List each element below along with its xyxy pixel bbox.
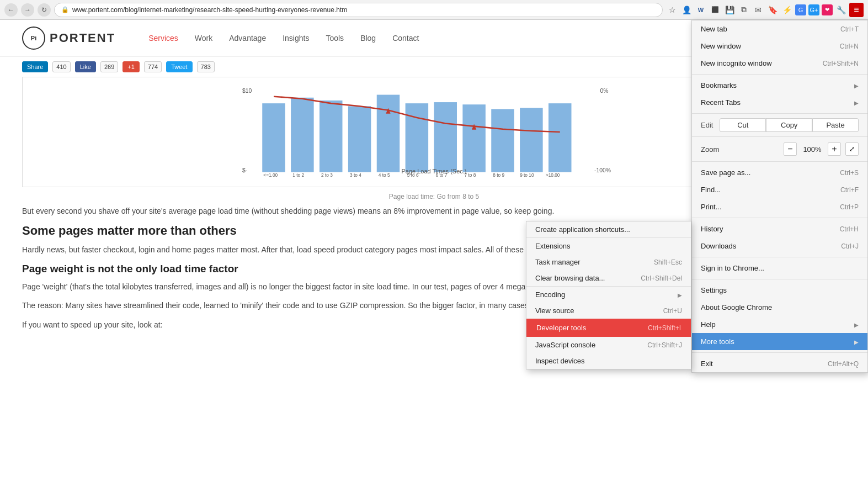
submenu-item-developer-tools[interactable]: Developer tools Ctrl+Shift+I	[526, 319, 691, 337]
menu-item-about[interactable]: About Google Chrome	[692, 299, 867, 316]
submenu-item-clear-browsing[interactable]: Clear browsing data... Ctrl+Shift+Del	[526, 270, 691, 286]
back-button[interactable]: ←	[4, 3, 18, 17]
ext4-icon[interactable]: 🔧	[835, 4, 847, 16]
menu-item-find-shortcut: Ctrl+F	[840, 186, 859, 194]
paste-button[interactable]: Paste	[812, 118, 859, 132]
more-tools-arrow-icon	[854, 337, 859, 346]
reload-button[interactable]: ↻	[38, 3, 51, 17]
menu-item-print[interactable]: Print... Ctrl+P	[692, 198, 867, 215]
submenu-item-inspect-devices[interactable]: Inspect devices	[526, 353, 691, 369]
menu-item-new-window[interactable]: New window Ctrl+N	[692, 38, 867, 55]
svg-text:>10.00: >10.00	[546, 172, 560, 178]
word-icon[interactable]: W	[695, 4, 707, 16]
menu-divider-3	[692, 136, 867, 137]
menu-item-help[interactable]: Help	[692, 316, 867, 333]
menu-item-exit-label: Exit	[701, 360, 713, 368]
menu-item-settings-label: Settings	[701, 286, 727, 294]
site-logo: Pi PORTENT	[22, 27, 115, 50]
lightning-icon[interactable]: ⚡	[781, 4, 793, 16]
nav-tools[interactable]: Tools	[326, 34, 344, 43]
menu-item-save-page[interactable]: Save page as... Ctrl+S	[692, 164, 867, 181]
fullscreen-button[interactable]: ⤢	[845, 142, 859, 156]
svg-text:<=1.00: <=1.00	[263, 172, 278, 178]
address-bar[interactable]: 🔒 www.portent.com/blog/internet-marketin…	[54, 3, 663, 17]
menu-item-sign-in[interactable]: Sign in to Chrome...	[692, 260, 867, 277]
menu-item-downloads[interactable]: Downloads Ctrl+J	[692, 237, 867, 255]
menu-item-bookmarks[interactable]: Bookmarks	[692, 77, 867, 94]
facebook-like-label: Like	[80, 64, 91, 70]
menu-item-new-tab[interactable]: New tab Ctrl+T	[692, 20, 867, 38]
copy-button[interactable]: Copy	[766, 118, 812, 132]
submenu-item-view-source[interactable]: View source Ctrl+U	[526, 303, 691, 319]
edit-label: Edit	[701, 121, 713, 129]
svg-text:$10: $10	[242, 88, 252, 94]
svg-text:$-: $-	[242, 167, 247, 173]
menu-item-recent-tabs[interactable]: Recent Tabs	[692, 94, 867, 111]
menu-divider-7	[692, 279, 867, 279]
chrome-menu-button[interactable]: ≡	[849, 3, 864, 17]
submenu-developer-tools-shortcut: Ctrl+Shift+I	[648, 324, 681, 332]
twitter-tweet-button[interactable]: Tweet	[166, 61, 192, 72]
submenu-item-task-manager[interactable]: Task manager Shift+Esc	[526, 254, 691, 270]
submenu-item-encoding[interactable]: Encoding	[526, 287, 691, 303]
gplus-button[interactable]: +1	[123, 61, 140, 72]
svg-text:1 to 2: 1 to 2	[292, 172, 304, 178]
menu-item-more-tools[interactable]: More tools	[692, 333, 867, 350]
linkedin-share-count: 410	[52, 61, 70, 72]
menu-item-downloads-shortcut: Ctrl+J	[841, 242, 859, 250]
zoom-plus-button[interactable]: +	[828, 142, 841, 156]
submenu-item-javascript-console[interactable]: JavaScript console Ctrl+Shift+J	[526, 337, 691, 353]
gplus-label: +1	[127, 64, 135, 70]
bookmark-icon[interactable]: 🔖	[766, 4, 779, 16]
submenu-extensions-label: Extensions	[535, 242, 571, 250]
menu-item-history[interactable]: History Ctrl+H	[692, 220, 867, 237]
menu-item-exit[interactable]: Exit Ctrl+Alt+Q	[692, 355, 867, 372]
browser-toolbar: ← → ↻ 🔒 www.portent.com/blog/internet-ma…	[0, 0, 868, 20]
nav-services[interactable]: Services	[148, 34, 178, 43]
menu-item-exit-shortcut: Ctrl+Alt+Q	[828, 360, 859, 368]
svg-rect-11	[462, 104, 486, 172]
menu-item-settings[interactable]: Settings	[692, 282, 867, 299]
mail-icon[interactable]: ✉	[752, 4, 764, 16]
save-icon[interactable]: 💾	[723, 4, 736, 16]
rss-icon[interactable]: ⬛	[709, 4, 721, 16]
menu-item-history-shortcut: Ctrl+H	[840, 225, 859, 233]
nav-advantage[interactable]: Advantage	[229, 34, 266, 43]
svg-text:-100%: -100%	[594, 167, 611, 173]
menu-edit-row: Edit Cut Copy Paste	[692, 116, 867, 134]
nav-blog[interactable]: Blog	[360, 34, 376, 43]
nav-contact[interactable]: Contact	[392, 34, 419, 43]
layers-icon[interactable]: ⧉	[738, 4, 750, 16]
submenu-item-extensions[interactable]: Extensions	[526, 238, 691, 254]
menu-item-print-shortcut: Ctrl+P	[840, 203, 859, 211]
nav-insights[interactable]: Insights	[283, 34, 309, 43]
ext3-icon[interactable]: ❤	[822, 4, 833, 15]
twitter-tweet-label: Tweet	[171, 64, 187, 70]
menu-item-find[interactable]: Find... Ctrl+F	[692, 181, 867, 198]
svg-text:9 to 10: 9 to 10	[520, 172, 534, 178]
submenu-encoding-label: Encoding	[535, 290, 565, 299]
nav-work[interactable]: Work	[195, 34, 212, 43]
svg-rect-12	[491, 109, 514, 172]
facebook-like-button[interactable]: Like	[75, 61, 96, 72]
bookmarks-arrow-icon	[854, 81, 859, 89]
submenu-item-create-shortcuts[interactable]: Create application shortcuts...	[526, 221, 691, 237]
ext1-icon[interactable]: G	[795, 4, 806, 15]
menu-item-incognito[interactable]: New incognito window Ctrl+Shift+N	[692, 55, 867, 72]
zoom-minus-button[interactable]: −	[784, 142, 797, 156]
star-icon[interactable]: ☆	[666, 4, 678, 16]
page-content: Pi PORTENT Services Work Advantage Insig…	[0, 20, 868, 502]
menu-item-find-label: Find...	[701, 186, 721, 194]
forward-button[interactable]: →	[21, 3, 34, 17]
account-icon[interactable]: 👤	[680, 4, 693, 16]
svg-text:8 to 9: 8 to 9	[493, 172, 504, 178]
submenu-clear-browsing-shortcut: Ctrl+Shift+Del	[641, 274, 682, 282]
ext2-icon[interactable]: G+	[808, 4, 819, 15]
menu-item-new-tab-shortcut: Ctrl+T	[840, 25, 859, 33]
svg-rect-10	[434, 102, 457, 172]
submenu-javascript-console-label: JavaScript console	[535, 341, 595, 349]
svg-rect-8	[377, 95, 400, 172]
menu-item-save-page-shortcut: Ctrl+S	[840, 169, 859, 177]
cut-button[interactable]: Cut	[720, 118, 766, 132]
linkedin-share-button[interactable]: Share	[22, 61, 48, 72]
